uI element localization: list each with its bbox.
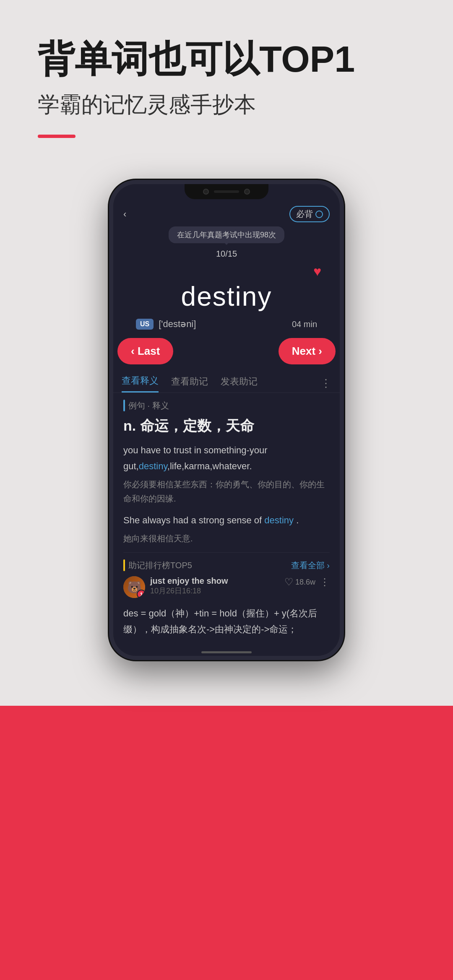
- like-icon: ♡: [284, 576, 294, 588]
- tabs-row: 查看释义 查看助记 发表助记 ⋮: [113, 370, 340, 393]
- word-heart[interactable]: ♥: [123, 264, 330, 279]
- tab-definition[interactable]: 查看释义: [122, 374, 159, 393]
- next-button[interactable]: Next ›: [279, 338, 336, 364]
- tooltip-counter: 10/15: [216, 249, 237, 259]
- avatar-rank-badge: 1: [137, 590, 145, 598]
- scroll-bar: [201, 651, 252, 653]
- badge-label: 必背: [296, 208, 313, 220]
- tooltip-text: 在近几年真题考试中出现98次: [177, 231, 276, 239]
- notch-camera: [203, 189, 209, 195]
- example-1-cn: 你必须要相信某些东西：你的勇气、你的目的、你的生命和你的因缘.: [123, 477, 330, 506]
- view-all-button[interactable]: 查看全部 ›: [291, 560, 330, 571]
- mnemonic-header: 助记排行榜TOP5 查看全部 ›: [123, 559, 330, 571]
- time-label: 04 min: [292, 320, 317, 329]
- phone-notch: [185, 184, 268, 199]
- mnemonic-date: 10月26日16:18: [150, 586, 279, 596]
- mnemonic-card: 🐻 1 just enjoy the show 10月26日16:18 ♡: [123, 576, 330, 598]
- hero-section: 背单词也可以TOP1 学霸的记忆灵感手抄本: [0, 0, 453, 180]
- mnemonic-actions: ♡ 18.6w ⋮: [284, 576, 330, 588]
- hero-divider: [38, 135, 76, 138]
- mnemonic-meta: just enjoy the show 10月26日16:18: [150, 576, 279, 596]
- mnemonic-title: 助记排行榜TOP5: [128, 560, 192, 571]
- mnemonic-title-row: 助记排行榜TOP5: [123, 559, 192, 571]
- last-button[interactable]: ‹ Last: [117, 338, 173, 364]
- nav-buttons: ‹ Last Next ›: [113, 330, 340, 370]
- word-phonetic-row: US ['destəni] 04 min: [123, 319, 330, 330]
- tab-more-button[interactable]: ⋮: [320, 377, 331, 390]
- mnemonic-content: des = gold（神）+tin = hold（握住）+ y(名次后缀），构成…: [123, 602, 330, 640]
- mnemonic-bar: [123, 559, 125, 571]
- like-count: 18.6w: [295, 578, 315, 587]
- tooltip-area: 在近几年真题考试中出现98次 10/15: [113, 226, 340, 259]
- tab-mnemonic-post[interactable]: 发表助记: [221, 375, 258, 392]
- scroll-indicator: [113, 647, 340, 656]
- tooltip-bubble: 在近几年真题考试中出现98次: [169, 226, 284, 243]
- section-label-text: 例句 · 释义: [128, 400, 169, 411]
- like-button[interactable]: ♡ 18.6w: [284, 576, 315, 588]
- section-bar: [123, 400, 125, 411]
- word-section: ♥ destiny US ['destəni] 04 min: [113, 260, 340, 330]
- phone-container: ‹ 必背 在近几年真题考试中出现98次 10/15 ♥ desti: [0, 180, 453, 660]
- must-memorize-badge: 必背: [289, 206, 330, 222]
- phone-mockup: ‹ 必背 在近几年真题考试中出现98次 10/15 ♥ desti: [109, 180, 344, 660]
- mnemonic-section: 助记排行榜TOP5 查看全部 › 🐻 1 just enjoy the show: [123, 552, 330, 640]
- hero-title-bold: TOP1: [259, 38, 355, 80]
- notch-camera-2: [244, 189, 250, 195]
- hero-title: 背单词也可以TOP1: [38, 38, 415, 80]
- definition-pos: n. 命运，定数，天命: [123, 416, 330, 436]
- page-wrapper: 背单词也可以TOP1 学霸的记忆灵感手抄本 ‹ 必背: [0, 0, 453, 980]
- notch-speaker: [214, 190, 239, 193]
- screen-topbar: ‹ 必背: [113, 203, 340, 224]
- badge-circle: [315, 211, 323, 218]
- back-button[interactable]: ‹: [123, 209, 126, 220]
- card-more-button[interactable]: ⋮: [320, 576, 330, 588]
- highlight-destiny-1: destiny: [139, 461, 167, 471]
- phonetic-us-badge: US: [136, 319, 154, 330]
- mnemonic-avatar: 🐻 1: [123, 576, 145, 598]
- hero-title-text: 背单词也可以: [38, 38, 259, 80]
- highlight-destiny-2: destiny: [264, 515, 294, 525]
- word-title: destiny: [123, 281, 330, 312]
- content-area: 例句 · 释义 n. 命运，定数，天命 you have to trust in…: [113, 393, 340, 647]
- section-label-row: 例句 · 释义: [123, 400, 330, 411]
- example-1-en: you have to trust in something-your gut,…: [123, 442, 330, 474]
- example-2-en: She always had a strong sense of destiny…: [123, 512, 330, 528]
- tab-mnemonic-view[interactable]: 查看助记: [171, 375, 208, 392]
- phonetic-text: ['destəni]: [159, 319, 196, 330]
- mnemonic-username: just enjoy the show: [150, 576, 279, 586]
- phone-screen: ‹ 必背 在近几年真题考试中出现98次 10/15 ♥ desti: [113, 184, 340, 656]
- example-2-cn: 她向来很相信天意.: [123, 531, 330, 546]
- hero-subtitle: 学霸的记忆灵感手抄本: [38, 90, 415, 120]
